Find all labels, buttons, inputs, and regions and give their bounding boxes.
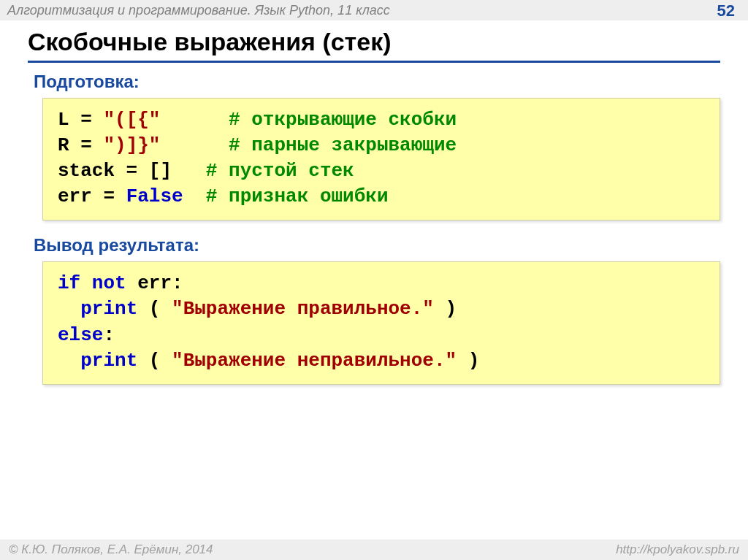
code-string: "Выражение неправильное." <box>172 350 457 372</box>
code-func-print: print <box>80 350 137 372</box>
code-paren: ( <box>137 298 172 320</box>
code-gap <box>160 134 229 156</box>
code-func-print: print <box>80 298 137 320</box>
code-indent <box>58 298 80 320</box>
slide-content: Скобочные выражения (стек) Подготовка: L… <box>0 20 748 385</box>
code-text: err: <box>126 272 183 294</box>
code-var: err <box>58 185 92 207</box>
code-eq: = <box>69 109 104 131</box>
code-var: L <box>58 109 69 131</box>
code-comment: # открывающие скобки <box>229 109 457 131</box>
code-block-output: if not err: print ( "Выражение правильно… <box>42 261 720 384</box>
footer-url: http://kpolyakov.spb.ru <box>616 542 739 557</box>
footer-copyright: © К.Ю. Поляков, Е.А. Ерёмин, 2014 <box>9 542 213 557</box>
code-gap <box>183 185 206 207</box>
code-comment: # пустой стек <box>206 160 354 182</box>
code-paren: ) <box>434 298 457 320</box>
code-gap <box>160 109 229 131</box>
code-string: ")]}" <box>103 134 160 156</box>
code-eq: = <box>115 160 149 182</box>
code-block-preparation: L = "([{" # открывающие скобки R = ")]}"… <box>42 98 720 220</box>
page-number: 52 <box>717 1 735 20</box>
code-comment: # признак ошибки <box>206 185 389 207</box>
header-bar: Алгоритмизация и программирование. Язык … <box>0 0 748 20</box>
code-var: R <box>58 134 69 156</box>
code-indent <box>58 350 80 372</box>
code-colon: : <box>103 324 115 346</box>
code-comment: # парные закрывающие <box>229 134 457 156</box>
code-val: [] <box>149 160 172 182</box>
section-preparation: Подготовка: <box>34 72 720 92</box>
code-string: "Выражение правильное." <box>172 298 434 320</box>
code-eq: = <box>92 185 126 207</box>
code-paren: ( <box>137 350 172 372</box>
code-gap <box>172 160 206 182</box>
code-var: stack <box>58 160 115 182</box>
slide-title: Скобочные выражения (стек) <box>28 28 720 63</box>
footer-bar: © К.Ю. Поляков, Е.А. Ерёмин, 2014 http:/… <box>0 540 748 560</box>
code-keyword-ifnot: if not <box>58 272 126 294</box>
code-keyword-else: else <box>58 324 103 346</box>
section-output: Вывод результата: <box>34 235 720 256</box>
code-eq: = <box>69 134 104 156</box>
code-keyword-false: False <box>126 185 183 207</box>
course-title: Алгоритмизация и программирование. Язык … <box>7 3 390 18</box>
code-string: "([{" <box>103 109 160 131</box>
code-paren: ) <box>457 350 479 372</box>
